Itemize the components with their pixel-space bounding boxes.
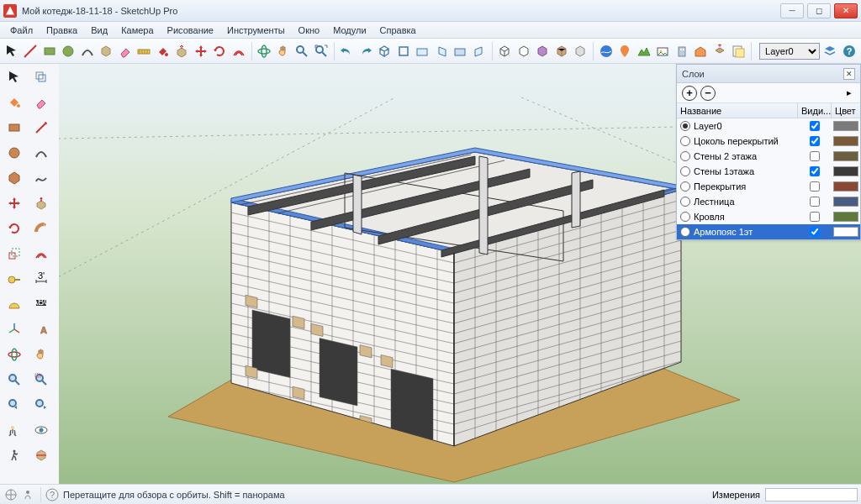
previous-view-icon[interactable] (2, 393, 27, 417)
redo-icon[interactable] (357, 42, 374, 60)
followme-tool-icon[interactable] (29, 217, 54, 240)
layer-row[interactable]: Стены 2 этажа (677, 149, 860, 164)
col-name[interactable]: Название (677, 103, 798, 118)
shaded-texture-icon[interactable] (553, 42, 570, 60)
photo-texture-icon[interactable] (655, 42, 672, 60)
add-location-icon[interactable] (617, 42, 634, 60)
layer-visible-checkbox[interactable] (798, 166, 832, 176)
3d-warehouse-icon[interactable] (693, 42, 710, 60)
section-plane-icon[interactable] (29, 444, 54, 467)
layer-active-radio[interactable] (680, 121, 690, 131)
layer-manager-icon[interactable] (822, 42, 839, 60)
protractor-tool-icon[interactable] (2, 292, 27, 316)
orbit-tool-icon[interactable] (2, 343, 27, 366)
eraser-tool-icon[interactable] (117, 42, 134, 60)
tape-tool-icon[interactable] (136, 42, 153, 60)
layer-active-radio[interactable] (680, 136, 690, 146)
menu-tools[interactable]: Инструменты (220, 24, 292, 37)
rotate-tool-icon[interactable] (212, 42, 229, 60)
layer-color-swatch[interactable] (833, 181, 858, 192)
line-tool-icon[interactable] (29, 116, 54, 139)
pushpull-tool-icon[interactable] (174, 42, 191, 60)
next-view-icon[interactable] (29, 393, 54, 417)
select-tool-icon[interactable] (3, 42, 20, 60)
left-view-icon[interactable] (471, 42, 488, 60)
layers-menu-icon[interactable]: ▸ (843, 87, 855, 99)
scale-tool-icon[interactable] (2, 242, 27, 265)
layout-icon[interactable] (731, 42, 747, 60)
front-view-icon[interactable] (415, 42, 431, 60)
col-visible[interactable]: Види... (798, 103, 832, 118)
circle-tool-icon[interactable] (61, 42, 77, 60)
zoom-tool-icon[interactable] (2, 368, 27, 391)
layer-visible-checkbox[interactable] (798, 121, 832, 131)
look-around-icon[interactable] (29, 418, 54, 442)
layer-visible-checkbox[interactable] (798, 212, 832, 222)
zoom-tool-icon[interactable] (294, 42, 311, 60)
make-component-icon[interactable] (29, 66, 54, 89)
close-icon[interactable]: ✕ (843, 68, 855, 80)
component-tool-icon[interactable] (98, 42, 115, 60)
axes-tool-icon[interactable] (2, 318, 27, 341)
wireframe-icon[interactable] (497, 42, 514, 60)
walk-tool-icon[interactable] (2, 444, 27, 467)
layer-color-swatch[interactable] (833, 166, 858, 176)
select-tool-icon[interactable] (2, 66, 27, 89)
add-layer-icon[interactable]: + (682, 86, 697, 101)
layer-visible-checkbox[interactable] (798, 136, 832, 146)
menu-window[interactable]: Окно (292, 24, 327, 37)
iso-icon[interactable] (377, 42, 394, 60)
layer-visible-checkbox[interactable] (798, 227, 832, 237)
pan-tool-icon[interactable] (29, 343, 54, 366)
eraser-tool-icon[interactable] (29, 91, 54, 114)
delete-layer-icon[interactable]: − (700, 86, 716, 101)
rotate-tool-icon[interactable] (2, 217, 27, 240)
geo-location-icon[interactable] (3, 487, 18, 502)
measurements-input[interactable] (765, 488, 858, 501)
pushpull-tool-icon[interactable] (29, 192, 54, 215)
viewport-3d[interactable]: Слои ✕ + − ▸ Название Види... Цвет Layer… (59, 64, 861, 484)
layer-row[interactable]: Цоколь перекрытий (677, 134, 860, 149)
menu-edit[interactable]: Правка (40, 24, 84, 37)
hidden-line-icon[interactable] (515, 42, 532, 60)
monochrome-icon[interactable] (573, 42, 589, 60)
layers-panel-title[interactable]: Слои ✕ (677, 65, 860, 83)
layer-visible-checkbox[interactable] (798, 151, 832, 161)
arc-tool-icon[interactable] (29, 141, 54, 165)
dimension-tool-icon[interactable]: 3' (29, 267, 54, 291)
layer-visible-checkbox[interactable] (798, 181, 832, 192)
building-icon[interactable] (673, 42, 690, 60)
orbit-tool-icon[interactable] (256, 42, 273, 60)
menu-view[interactable]: Вид (84, 24, 114, 37)
move-tool-icon[interactable] (193, 42, 209, 60)
right-view-icon[interactable] (433, 42, 450, 60)
layer-color-swatch[interactable] (833, 151, 858, 161)
layer-visible-checkbox[interactable] (798, 197, 832, 207)
menu-camera[interactable]: Камера (114, 24, 160, 37)
zoom-extents-icon[interactable] (313, 42, 330, 60)
layer-row[interactable]: Стены 1этажа (677, 164, 860, 179)
share-model-icon[interactable] (711, 42, 728, 60)
layer-row[interactable]: Layer0 (677, 118, 860, 134)
rectangle-tool-icon[interactable] (2, 116, 27, 139)
col-color[interactable]: Цвет (832, 103, 860, 118)
layer-active-radio[interactable] (680, 197, 690, 207)
position-camera-icon[interactable] (2, 418, 27, 442)
layer-row[interactable]: Кровля (677, 209, 860, 224)
layer-row[interactable]: Лестница (677, 194, 860, 209)
maximize-button[interactable]: ◻ (807, 3, 831, 18)
layer-row[interactable]: Армопояс 1эт (677, 224, 860, 239)
terrain-icon[interactable] (636, 42, 652, 60)
layer-active-radio[interactable] (680, 227, 690, 237)
menu-draw[interactable]: Рисование (161, 24, 220, 37)
paint-bucket-icon[interactable] (2, 91, 27, 114)
layer-color-swatch[interactable] (833, 136, 858, 146)
credits-icon[interactable] (22, 487, 37, 502)
layer-active-radio[interactable] (680, 212, 690, 222)
menu-file[interactable]: Файл (3, 24, 40, 37)
offset-tool-icon[interactable] (230, 42, 247, 60)
layer-active-radio[interactable] (680, 151, 690, 161)
pan-tool-icon[interactable] (275, 42, 292, 60)
offset-tool-icon[interactable] (29, 242, 54, 265)
help-icon[interactable]: ? (841, 42, 858, 60)
